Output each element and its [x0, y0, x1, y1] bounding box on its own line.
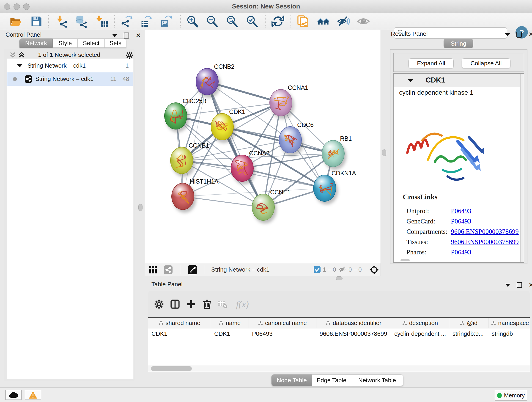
- import-network-from-database-icon[interactable]: [74, 14, 89, 28]
- node-rb1[interactable]: [322, 140, 345, 167]
- table-options-gear-icon[interactable]: [152, 298, 166, 311]
- tab-network[interactable]: Network: [19, 38, 53, 48]
- collection-count: 1: [126, 62, 129, 69]
- home-icon[interactable]: [316, 14, 331, 28]
- export-network-icon[interactable]: [119, 14, 133, 28]
- network-view-panel: CCNB2CCNA1CDC25BCDK1CDC6RB1CCNB1CCNA2CDK…: [145, 30, 381, 276]
- node-ccne1[interactable]: [252, 194, 275, 221]
- tab-string[interactable]: String: [443, 39, 473, 48]
- refresh-icon[interactable]: [271, 14, 285, 28]
- hide-selected-icon[interactable]: [336, 14, 351, 28]
- column-header-name[interactable]: name: [211, 318, 249, 328]
- float-panel-icon[interactable]: [112, 34, 117, 37]
- crosslink-link[interactable]: P06493: [451, 217, 471, 225]
- table-hscroll-thumb[interactable]: [151, 366, 192, 371]
- memory-label: Memory: [504, 392, 525, 399]
- maximize-panel-icon[interactable]: [516, 32, 522, 38]
- column-header-canonical-name[interactable]: canonical name: [249, 318, 317, 328]
- column-header-shared-name[interactable]: shared name: [148, 318, 211, 328]
- node-hist1h1a[interactable]: [171, 183, 194, 210]
- network-node-count: 11: [110, 75, 116, 83]
- column-type-icon: [402, 320, 407, 325]
- result-entry-header[interactable]: CDK1: [394, 74, 524, 87]
- column-header-description[interactable]: description: [391, 318, 449, 328]
- crosslink-link[interactable]: 9606.ENSP00000378699: [451, 228, 519, 235]
- close-panel-icon[interactable]: ✕: [136, 33, 141, 38]
- show-all-icon[interactable]: [356, 14, 371, 28]
- zoom-in-icon[interactable]: [185, 14, 200, 28]
- column-header-namespace[interactable]: namespace: [488, 318, 530, 328]
- node-label-rb1: RB1: [340, 135, 352, 142]
- table-cell: stringdb: [488, 328, 530, 339]
- network-collection-row[interactable]: String Network – cdk1 1: [7, 59, 133, 72]
- network-options-gear-icon[interactable]: [125, 51, 134, 60]
- crosslink-link[interactable]: 9606.ENSP00000378699: [451, 238, 519, 246]
- network-row-selected[interactable]: String Network – cdk1 11 48: [7, 72, 133, 86]
- tab-edge-table[interactable]: Edge Table: [312, 375, 351, 386]
- memory-button[interactable]: Memory: [495, 390, 527, 401]
- save-session-icon[interactable]: [29, 14, 44, 28]
- node-table: shared namenamecanonical namedatabase id…: [148, 317, 530, 366]
- cloud-button[interactable]: [5, 390, 22, 400]
- create-column-icon[interactable]: [184, 298, 198, 311]
- column-header-database-identifier[interactable]: database identifier: [317, 318, 391, 328]
- export-table-icon[interactable]: [139, 14, 153, 28]
- node-cdkn1a[interactable]: [313, 175, 336, 202]
- close-panel-icon[interactable]: ✕: [529, 283, 532, 288]
- protein-ribbon-thumbnail: [171, 147, 194, 174]
- node-ccnb1[interactable]: [170, 147, 193, 174]
- birds-eye-view-icon[interactable]: [188, 265, 197, 274]
- node-cdc25b[interactable]: [164, 102, 187, 129]
- export-image-icon[interactable]: [158, 14, 173, 28]
- collapse-entry-icon[interactable]: [407, 79, 413, 82]
- column-header-label: @id: [467, 319, 478, 327]
- delete-column-trash-icon[interactable]: [201, 298, 214, 311]
- node-cdc6[interactable]: [279, 126, 302, 153]
- tab-select[interactable]: Select: [78, 38, 105, 48]
- close-panel-icon[interactable]: ✕: [528, 32, 532, 37]
- table-row[interactable]: CDK1CDK1P064939606.ENSP00000378699cyclin…: [148, 328, 530, 339]
- tab-style[interactable]: Style: [53, 38, 78, 48]
- tab-sets[interactable]: Sets: [105, 38, 126, 48]
- import-network-from-file-icon[interactable]: [55, 14, 70, 28]
- right-splitter-handle[interactable]: [382, 149, 386, 156]
- grid-view-icon[interactable]: [149, 266, 157, 274]
- bottom-splitter-handle[interactable]: [336, 276, 342, 280]
- left-splitter-handle[interactable]: [138, 204, 143, 211]
- maximize-panel-icon[interactable]: [517, 282, 522, 288]
- node-ccnb2[interactable]: [196, 68, 219, 95]
- title-bar: Session: New Session: [0, 0, 532, 13]
- collection-expand-icon[interactable]: [17, 64, 22, 67]
- network-selection-status: 1 of 1 Network selected: [4, 51, 135, 58]
- zoom-out-icon[interactable]: [205, 14, 220, 28]
- node-cdk1[interactable]: [211, 113, 234, 140]
- show-columns-icon[interactable]: [168, 298, 182, 311]
- warning-button[interactable]: [25, 390, 41, 400]
- toolbar-separator: [291, 15, 291, 27]
- results-hscroll-thumb[interactable]: [400, 259, 410, 261]
- zoom-fit-icon[interactable]: [225, 14, 239, 28]
- import-table-from-file-icon[interactable]: [95, 14, 109, 28]
- results-scrollbar[interactable]: [520, 74, 524, 262]
- footer-separator: [336, 265, 336, 274]
- zoom-selected-icon[interactable]: [245, 14, 259, 28]
- tab-network-table[interactable]: Network Table: [351, 375, 403, 386]
- column-header--id[interactable]: @id: [449, 318, 488, 328]
- expand-all-button[interactable]: Expand All: [409, 58, 454, 68]
- network-edge-count: 48: [123, 75, 129, 83]
- crosslink-link[interactable]: P06493: [451, 207, 471, 215]
- copy-network-icon[interactable]: [296, 14, 310, 28]
- network-canvas[interactable]: CCNB2CCNA1CDC25BCDK1CDC6RB1CCNB1CCNA2CDK…: [145, 30, 380, 263]
- node-ccna1[interactable]: [269, 89, 292, 116]
- selected-checkbox-icon[interactable]: [314, 266, 321, 273]
- float-panel-icon[interactable]: [505, 284, 510, 287]
- collapse-all-button[interactable]: Collapse All: [462, 58, 510, 68]
- crosslink-link[interactable]: P06493: [451, 249, 471, 256]
- tab-node-table[interactable]: Node Table: [272, 375, 312, 386]
- open-session-icon[interactable]: [8, 14, 23, 28]
- float-panel-icon[interactable]: [505, 33, 510, 36]
- network-share-icon[interactable]: [164, 265, 172, 274]
- maximize-panel-icon[interactable]: [124, 32, 129, 38]
- node-ccna2[interactable]: [231, 155, 254, 182]
- fit-content-crosshair-icon[interactable]: [369, 265, 379, 275]
